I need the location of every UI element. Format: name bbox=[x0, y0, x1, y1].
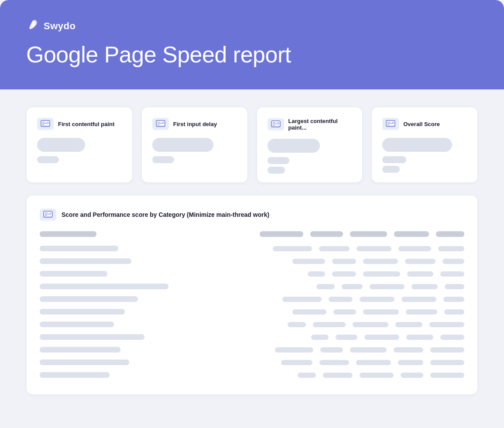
logo-icon bbox=[26, 17, 40, 34]
table-row bbox=[40, 331, 464, 343]
metric-card-os: Overall Score bbox=[371, 107, 478, 183]
table-row bbox=[40, 318, 464, 331]
header-left-skel bbox=[40, 231, 96, 237]
metric-extra-skeleton-lcp bbox=[267, 167, 285, 174]
metrics-row: First contentful paint First in bbox=[26, 107, 478, 183]
metric-card-fid: First input delay bbox=[141, 107, 248, 183]
table-row bbox=[40, 343, 464, 356]
metric-card-lcp: Largest contentful paint... bbox=[257, 107, 363, 183]
content: First contentful paint First in bbox=[0, 89, 504, 412]
table-card: Score and Performance score by Category … bbox=[26, 195, 478, 395]
logo-text: Swydo bbox=[44, 21, 75, 32]
svg-rect-13 bbox=[44, 216, 52, 217]
svg-rect-10 bbox=[386, 125, 395, 127]
metric-icon-fcp bbox=[37, 118, 54, 130]
table-row bbox=[40, 255, 464, 267]
table-row bbox=[40, 267, 464, 280]
metric-icon-fid bbox=[152, 118, 169, 130]
metric-label-skeleton-os bbox=[382, 156, 406, 163]
table-header: Score and Performance score by Category … bbox=[40, 209, 464, 221]
metric-header-fcp: First contentful paint bbox=[37, 118, 122, 130]
header-right bbox=[260, 231, 464, 237]
metric-label-skeleton-lcp bbox=[267, 157, 289, 164]
row-left-skel bbox=[40, 246, 118, 251]
col-header-4 bbox=[394, 231, 429, 237]
col-header-5 bbox=[436, 231, 464, 237]
metric-value-skeleton-os bbox=[382, 138, 452, 152]
col-header-1 bbox=[260, 231, 303, 237]
metric-title-fcp: First contentful paint bbox=[58, 121, 114, 127]
svg-rect-8 bbox=[277, 122, 279, 124]
svg-rect-4 bbox=[156, 125, 165, 127]
table-row bbox=[40, 305, 464, 318]
page-title: Google Page Speed report bbox=[26, 41, 478, 68]
metric-value-skeleton-lcp bbox=[267, 139, 320, 153]
metric-extra-skeleton-os bbox=[382, 166, 400, 173]
metric-value-skeleton-fid bbox=[152, 138, 213, 152]
logo: Swydo bbox=[26, 17, 478, 34]
metric-header-os: Overall Score bbox=[382, 118, 467, 130]
table-row bbox=[40, 242, 464, 255]
metric-icon-lcp bbox=[267, 118, 284, 130]
header: Swydo Google Page Speed report bbox=[0, 0, 504, 89]
metric-header-fid: First input delay bbox=[152, 118, 237, 130]
metric-label-skeleton-fcp bbox=[37, 156, 59, 163]
svg-rect-11 bbox=[392, 122, 394, 124]
metric-title-lcp: Largest contentful paint... bbox=[288, 118, 352, 131]
metric-title-fid: First input delay bbox=[173, 121, 217, 127]
table-row bbox=[40, 280, 464, 293]
table-row bbox=[40, 356, 464, 369]
metric-title-os: Overall Score bbox=[403, 121, 440, 127]
table-header-row bbox=[40, 231, 464, 240]
table-header-icon bbox=[40, 209, 56, 221]
svg-rect-7 bbox=[271, 126, 280, 127]
page-wrapper: Swydo Google Page Speed report First con… bbox=[0, 0, 504, 428]
svg-rect-2 bbox=[47, 122, 49, 124]
metric-card-fcp: First contentful paint bbox=[26, 107, 133, 183]
metric-icon-os bbox=[382, 118, 399, 130]
table-row bbox=[40, 369, 464, 381]
svg-rect-5 bbox=[162, 122, 164, 124]
header-left bbox=[40, 231, 260, 237]
col-header-3 bbox=[350, 231, 387, 237]
metric-value-skeleton-fcp bbox=[37, 138, 85, 152]
svg-rect-14 bbox=[49, 212, 51, 215]
table-title: Score and Performance score by Category … bbox=[62, 211, 269, 218]
col-header-2 bbox=[310, 231, 343, 237]
svg-rect-1 bbox=[41, 125, 50, 127]
metric-label-skeleton-fid bbox=[152, 156, 174, 163]
table-row bbox=[40, 293, 464, 305]
metric-header-lcp: Largest contentful paint... bbox=[267, 118, 352, 131]
